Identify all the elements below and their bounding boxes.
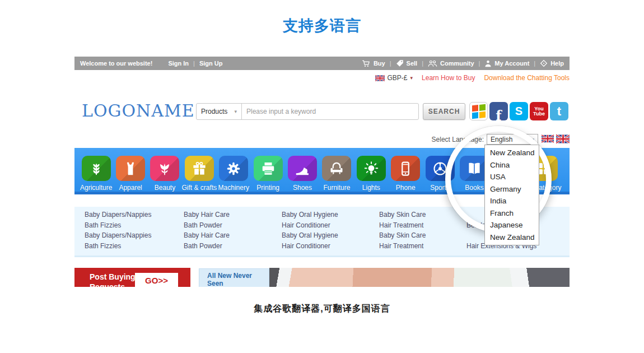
- cart-icon: [362, 59, 371, 68]
- search-button[interactable]: SEARCH: [423, 103, 465, 120]
- post-buying-requests-banner[interactable]: Post Buying Requests GO>>: [74, 268, 190, 287]
- flower-icon: [150, 156, 179, 181]
- category-link[interactable]: Baby Oral Hygiene: [282, 230, 338, 241]
- link-column: Baby Oral Hygiene Hair Conditioner Baby …: [282, 210, 338, 251]
- nav-item-lights[interactable]: Lights: [354, 156, 388, 192]
- category-link[interactable]: Baby Skin Care: [379, 210, 426, 220]
- nav-item-furniture[interactable]: Furniture: [320, 156, 354, 192]
- wheat-icon: [82, 156, 111, 181]
- nav-item-shoes[interactable]: Shoes: [285, 156, 319, 192]
- uk-flag-icon[interactable]: [556, 134, 570, 143]
- language-select[interactable]: English ▾: [487, 134, 538, 145]
- link-column: Baby Hair Care Bath Powder Baby Hair Car…: [184, 210, 230, 251]
- language-label: Select Language:: [388, 136, 484, 143]
- facebook-icon[interactable]: f: [489, 102, 508, 120]
- language-option[interactable]: USA: [485, 171, 539, 183]
- uk-flag-icon: [375, 75, 385, 81]
- category-link[interactable]: Bath Fizzies: [85, 220, 151, 231]
- go-button[interactable]: GO>>: [135, 273, 178, 287]
- language-option[interactable]: Japanese: [485, 219, 539, 231]
- nav-label: Apparel: [119, 184, 142, 192]
- language-option[interactable]: New Zealand: [485, 231, 539, 244]
- category-link[interactable]: Baby Diapers/Nappies: [85, 230, 151, 241]
- nav-item-agriculture[interactable]: Agriculture: [79, 156, 113, 192]
- search-category-select[interactable]: Products ▾: [197, 108, 241, 115]
- category-link[interactable]: Baby Skin Care: [379, 230, 426, 241]
- category-link[interactable]: Bath Fizzies: [85, 241, 151, 252]
- nav-label: Gift & crafts: [182, 184, 217, 192]
- heel-icon: [288, 156, 317, 181]
- divider: |: [422, 60, 423, 67]
- sign-up-link[interactable]: Sign Up: [199, 60, 223, 67]
- nav-label: Furniture: [323, 184, 350, 192]
- promo-text: All New Never Seen: [207, 272, 269, 287]
- nav-label: Beauty: [155, 184, 175, 192]
- category-link[interactable]: Hair Conditioner: [282, 241, 338, 252]
- community-icon: [428, 60, 437, 67]
- learn-how-to-buy-link[interactable]: Learn How to Buy: [422, 74, 475, 82]
- post-buying-text: Post Buying Requests: [90, 272, 136, 287]
- page-caption: 集成谷歌翻译器,可翻译多国语言: [0, 303, 644, 315]
- nav-label: Machinery: [218, 184, 249, 192]
- nav-item-phone[interactable]: Phone: [389, 156, 423, 192]
- category-link[interactable]: Baby Oral Hygiene: [282, 210, 338, 220]
- language-option[interactable]: Germany: [485, 183, 539, 196]
- nav-item-apparel[interactable]: Apparel: [113, 156, 147, 192]
- printer-icon: [254, 156, 283, 181]
- language-option[interactable]: India: [485, 195, 539, 207]
- skype-icon[interactable]: S: [510, 102, 528, 120]
- nav-item-sports[interactable]: Sports: [423, 156, 457, 192]
- windows-live-icon[interactable]: [469, 102, 488, 120]
- menu-item-sell[interactable]: Sell: [396, 59, 418, 67]
- nav-label: Books: [465, 184, 483, 192]
- website-mockup: Welcome to our website! Sign In | Sign U…: [74, 57, 570, 292]
- category-link[interactable]: Hair Conditioner: [282, 220, 338, 231]
- soccer-icon: [426, 156, 455, 181]
- chevron-down-icon: ▾: [410, 75, 413, 81]
- language-option[interactable]: New Zealand: [485, 147, 539, 159]
- uk-flag-icon[interactable]: [542, 134, 554, 143]
- twitter-glyph: t: [557, 104, 561, 119]
- chevron-down-icon: ▾: [531, 137, 534, 142]
- category-link[interactable]: Bath Powder: [184, 220, 230, 231]
- skype-glyph: S: [515, 105, 522, 118]
- all-new-promo[interactable]: All New Never Seen Before: [199, 268, 269, 287]
- language-option[interactable]: China: [485, 159, 539, 171]
- site-logo[interactable]: LOGONAME: [82, 101, 195, 120]
- search-category-value: Products: [201, 108, 227, 115]
- facebook-glyph: f: [496, 108, 501, 120]
- nav-label: Agriculture: [80, 184, 112, 192]
- nav-label: Phone: [396, 184, 416, 192]
- nav-label: Lights: [362, 184, 380, 192]
- category-link[interactable]: Baby Diapers/Nappies: [85, 210, 151, 220]
- handshake-photo: [269, 268, 570, 287]
- download-chatting-tools-link[interactable]: Download the Chatting Tools: [484, 74, 570, 82]
- nav-item-gift-crafts[interactable]: Gift & crafts: [182, 156, 216, 192]
- language-option[interactable]: Franch: [485, 207, 539, 220]
- menu-item-community[interactable]: Community: [428, 60, 474, 67]
- youtube-icon[interactable]: YouTube: [530, 102, 548, 120]
- category-link[interactable]: Hair Treatment: [379, 241, 426, 252]
- sub-bar: GBP-£ ▾ Learn How to Buy Download the Ch…: [375, 74, 570, 82]
- menu-item-my-account[interactable]: My Account: [484, 60, 529, 67]
- menu-item-buy[interactable]: Buy: [362, 59, 385, 68]
- search-input[interactable]: [242, 108, 418, 115]
- currency-selector[interactable]: GBP-£ ▾: [375, 74, 413, 82]
- nav-item-printing[interactable]: Printing: [251, 156, 285, 192]
- menu-item-help[interactable]: Help: [540, 59, 564, 67]
- social-icons: f S YouTube t: [469, 102, 568, 120]
- menu-label: My Account: [494, 60, 529, 67]
- link-column: Baby Skin Care Hair Treatment Baby Skin …: [379, 210, 426, 251]
- category-link[interactable]: Hair Treatment: [379, 220, 426, 231]
- twitter-icon[interactable]: t: [550, 102, 568, 120]
- category-link[interactable]: Bath Powder: [184, 241, 230, 252]
- nav-label: Shoes: [293, 184, 312, 192]
- language-dropdown: New Zealand China USA Germany India Fran…: [484, 145, 539, 245]
- nav-item-machinery[interactable]: Machinery: [217, 156, 251, 192]
- category-link[interactable]: Baby Hair Care: [184, 230, 230, 241]
- category-link[interactable]: Baby Hair Care: [184, 210, 230, 220]
- nav-item-beauty[interactable]: Beauty: [148, 156, 182, 192]
- sign-in-link[interactable]: Sign In: [168, 60, 189, 67]
- youtube-glyph: Tube: [533, 112, 545, 117]
- page-title: 支持多语言: [0, 16, 644, 36]
